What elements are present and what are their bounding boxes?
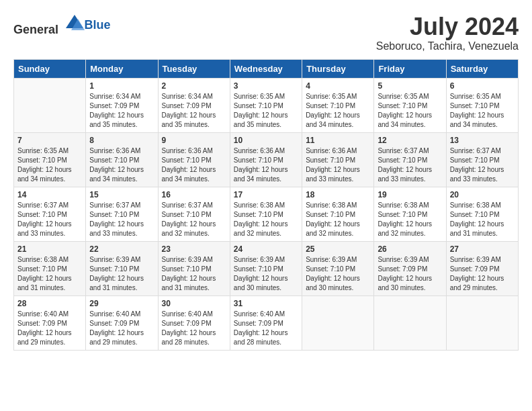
calendar-cell: 25Sunrise: 6:39 AM Sunset: 7:10 PM Dayli… xyxy=(302,241,374,295)
calendar-week-1: 1Sunrise: 6:34 AM Sunset: 7:09 PM Daylig… xyxy=(14,78,519,132)
title-area: July 2024 Seboruco, Tachira, Venezuela xyxy=(376,13,519,52)
day-number: 15 xyxy=(89,190,154,199)
calendar-cell: 5Sunrise: 6:35 AM Sunset: 7:10 PM Daylig… xyxy=(374,78,446,132)
day-number: 12 xyxy=(378,136,442,145)
day-number: 25 xyxy=(306,244,370,254)
calendar-cell: 24Sunrise: 6:39 AM Sunset: 7:10 PM Dayli… xyxy=(230,241,302,295)
day-number: 3 xyxy=(234,81,298,91)
calendar-week-5: 28Sunrise: 6:40 AM Sunset: 7:09 PM Dayli… xyxy=(14,295,519,350)
header-row: SundayMondayTuesdayWednesdayThursdayFrid… xyxy=(14,59,519,78)
header: General Blue July 2024 Seboruco, Tachira… xyxy=(13,13,519,52)
day-number: 17 xyxy=(234,190,298,199)
day-info: Sunrise: 6:40 AM Sunset: 7:09 PM Dayligh… xyxy=(89,310,154,347)
day-info: Sunrise: 6:39 AM Sunset: 7:09 PM Dayligh… xyxy=(450,255,515,293)
month-year-title: July 2024 xyxy=(376,13,519,40)
calendar-cell: 20Sunrise: 6:38 AM Sunset: 7:10 PM Dayli… xyxy=(446,187,518,241)
day-number: 4 xyxy=(306,81,370,91)
day-number: 20 xyxy=(450,190,515,199)
calendar-cell: 28Sunrise: 6:40 AM Sunset: 7:09 PM Dayli… xyxy=(14,295,86,350)
logo-general: General xyxy=(13,23,58,36)
day-info: Sunrise: 6:37 AM Sunset: 7:10 PM Dayligh… xyxy=(89,201,154,238)
day-info: Sunrise: 6:37 AM Sunset: 7:10 PM Dayligh… xyxy=(17,201,82,238)
calendar-cell: 10Sunrise: 6:36 AM Sunset: 7:10 PM Dayli… xyxy=(230,132,302,187)
day-info: Sunrise: 6:35 AM Sunset: 7:10 PM Dayligh… xyxy=(306,92,370,130)
calendar-cell: 14Sunrise: 6:37 AM Sunset: 7:10 PM Dayli… xyxy=(14,187,86,241)
day-info: Sunrise: 6:39 AM Sunset: 7:10 PM Dayligh… xyxy=(162,255,226,293)
calendar-cell: 30Sunrise: 6:40 AM Sunset: 7:09 PM Dayli… xyxy=(158,295,230,350)
location-title: Seboruco, Tachira, Venezuela xyxy=(376,40,519,52)
day-info: Sunrise: 6:38 AM Sunset: 7:10 PM Dayligh… xyxy=(234,201,298,238)
day-info: Sunrise: 6:38 AM Sunset: 7:10 PM Dayligh… xyxy=(378,201,442,238)
calendar-cell: 27Sunrise: 6:39 AM Sunset: 7:09 PM Dayli… xyxy=(446,241,518,295)
day-number: 7 xyxy=(17,136,82,145)
day-info: Sunrise: 6:39 AM Sunset: 7:09 PM Dayligh… xyxy=(378,255,442,293)
calendar-cell xyxy=(14,78,86,132)
day-info: Sunrise: 6:38 AM Sunset: 7:10 PM Dayligh… xyxy=(450,201,515,238)
logo-icon xyxy=(64,13,85,34)
calendar-cell: 18Sunrise: 6:38 AM Sunset: 7:10 PM Dayli… xyxy=(302,187,374,241)
calendar-cell: 3Sunrise: 6:35 AM Sunset: 7:10 PM Daylig… xyxy=(230,78,302,132)
calendar-cell: 31Sunrise: 6:40 AM Sunset: 7:09 PM Dayli… xyxy=(230,295,302,350)
calendar-cell: 2Sunrise: 6:34 AM Sunset: 7:09 PM Daylig… xyxy=(158,78,230,132)
day-number: 13 xyxy=(450,136,515,145)
day-number: 18 xyxy=(306,190,370,199)
calendar-cell: 9Sunrise: 6:36 AM Sunset: 7:10 PM Daylig… xyxy=(158,132,230,187)
calendar-cell: 23Sunrise: 6:39 AM Sunset: 7:10 PM Dayli… xyxy=(158,241,230,295)
day-number: 19 xyxy=(378,190,442,199)
day-info: Sunrise: 6:38 AM Sunset: 7:10 PM Dayligh… xyxy=(17,255,82,293)
day-number: 27 xyxy=(450,244,515,254)
calendar-cell: 4Sunrise: 6:35 AM Sunset: 7:10 PM Daylig… xyxy=(302,78,374,132)
day-number: 2 xyxy=(162,81,226,91)
day-number: 11 xyxy=(306,136,370,145)
day-info: Sunrise: 6:36 AM Sunset: 7:10 PM Dayligh… xyxy=(89,146,154,184)
calendar-cell: 21Sunrise: 6:38 AM Sunset: 7:10 PM Dayli… xyxy=(14,241,86,295)
day-info: Sunrise: 6:38 AM Sunset: 7:10 PM Dayligh… xyxy=(306,201,370,238)
day-number: 6 xyxy=(450,81,515,91)
day-info: Sunrise: 6:36 AM Sunset: 7:10 PM Dayligh… xyxy=(306,146,370,184)
day-number: 9 xyxy=(162,136,226,145)
logo-blue: Blue xyxy=(85,18,111,32)
day-info: Sunrise: 6:39 AM Sunset: 7:10 PM Dayligh… xyxy=(306,255,370,293)
day-number: 1 xyxy=(89,81,154,91)
calendar-cell: 26Sunrise: 6:39 AM Sunset: 7:09 PM Dayli… xyxy=(374,241,446,295)
calendar-cell: 13Sunrise: 6:37 AM Sunset: 7:10 PM Dayli… xyxy=(446,132,518,187)
day-number: 10 xyxy=(234,136,298,145)
day-info: Sunrise: 6:34 AM Sunset: 7:09 PM Dayligh… xyxy=(89,92,154,130)
day-number: 8 xyxy=(89,136,154,145)
day-number: 29 xyxy=(89,299,154,308)
calendar-table: SundayMondayTuesdayWednesdayThursdayFrid… xyxy=(13,59,519,351)
day-info: Sunrise: 6:40 AM Sunset: 7:09 PM Dayligh… xyxy=(17,310,82,347)
day-number: 23 xyxy=(162,244,226,254)
header-cell-wednesday: Wednesday xyxy=(230,59,302,78)
calendar-week-4: 21Sunrise: 6:38 AM Sunset: 7:10 PM Dayli… xyxy=(14,241,519,295)
day-number: 30 xyxy=(162,299,226,308)
calendar-week-2: 7Sunrise: 6:35 AM Sunset: 7:10 PM Daylig… xyxy=(14,132,519,187)
header-cell-monday: Monday xyxy=(86,59,158,78)
calendar-cell xyxy=(302,295,374,350)
day-info: Sunrise: 6:36 AM Sunset: 7:10 PM Dayligh… xyxy=(162,146,226,184)
calendar-cell: 11Sunrise: 6:36 AM Sunset: 7:10 PM Dayli… xyxy=(302,132,374,187)
calendar-body: 1Sunrise: 6:34 AM Sunset: 7:09 PM Daylig… xyxy=(14,78,519,350)
day-number: 26 xyxy=(378,244,442,254)
day-number: 31 xyxy=(234,299,298,308)
header-cell-friday: Friday xyxy=(374,59,446,78)
calendar-cell: 16Sunrise: 6:37 AM Sunset: 7:10 PM Dayli… xyxy=(158,187,230,241)
calendar-cell: 6Sunrise: 6:35 AM Sunset: 7:10 PM Daylig… xyxy=(446,78,518,132)
day-info: Sunrise: 6:39 AM Sunset: 7:10 PM Dayligh… xyxy=(89,255,154,293)
day-info: Sunrise: 6:36 AM Sunset: 7:10 PM Dayligh… xyxy=(234,146,298,184)
day-info: Sunrise: 6:35 AM Sunset: 7:10 PM Dayligh… xyxy=(450,92,515,130)
day-info: Sunrise: 6:37 AM Sunset: 7:10 PM Dayligh… xyxy=(378,146,442,184)
day-info: Sunrise: 6:40 AM Sunset: 7:09 PM Dayligh… xyxy=(234,310,298,347)
calendar-cell: 19Sunrise: 6:38 AM Sunset: 7:10 PM Dayli… xyxy=(374,187,446,241)
calendar-cell: 1Sunrise: 6:34 AM Sunset: 7:09 PM Daylig… xyxy=(86,78,158,132)
calendar-cell: 17Sunrise: 6:38 AM Sunset: 7:10 PM Dayli… xyxy=(230,187,302,241)
header-cell-sunday: Sunday xyxy=(14,59,86,78)
calendar-header: SundayMondayTuesdayWednesdayThursdayFrid… xyxy=(14,59,519,78)
day-number: 22 xyxy=(89,244,154,254)
header-cell-thursday: Thursday xyxy=(302,59,374,78)
day-info: Sunrise: 6:34 AM Sunset: 7:09 PM Dayligh… xyxy=(162,92,226,130)
day-info: Sunrise: 6:39 AM Sunset: 7:10 PM Dayligh… xyxy=(234,255,298,293)
calendar-week-3: 14Sunrise: 6:37 AM Sunset: 7:10 PM Dayli… xyxy=(14,187,519,241)
day-info: Sunrise: 6:37 AM Sunset: 7:10 PM Dayligh… xyxy=(450,146,515,184)
day-number: 28 xyxy=(17,299,82,308)
